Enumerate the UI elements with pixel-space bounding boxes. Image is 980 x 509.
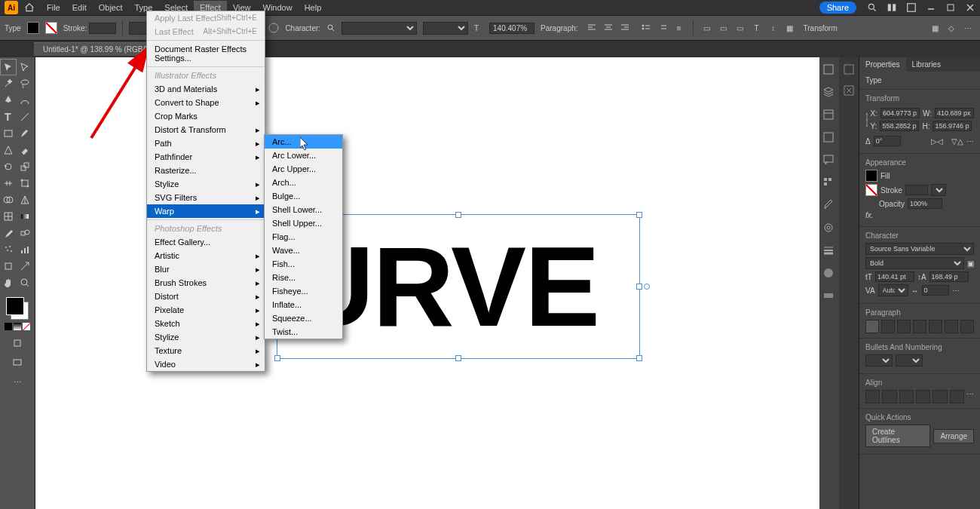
vf-icon[interactable]: ▣ (967, 259, 974, 268)
symbol-sprayer-tool[interactable] (0, 241, 17, 258)
search-icon[interactable] (865, 1, 879, 14)
warp-shell-upper-[interactable]: Shell Upper... (265, 216, 342, 230)
close-icon[interactable] (963, 1, 977, 14)
doc-raster-settings[interactable]: Document Raster Effects Settings... (147, 42, 265, 65)
opacity-input[interactable] (908, 198, 942, 209)
gradient-mode-icon[interactable] (14, 323, 21, 330)
x-input[interactable] (880, 108, 920, 118)
handle-mr[interactable] (636, 284, 642, 290)
effect-warp[interactable]: Warp▸ (147, 204, 265, 218)
menu-help[interactable]: Help (299, 1, 328, 14)
align-left-icon[interactable] (584, 20, 599, 35)
handle-bl[interactable] (274, 355, 280, 361)
leading-input[interactable] (929, 271, 969, 282)
p-justify-right[interactable] (945, 320, 958, 333)
mesh-tool[interactable] (0, 208, 17, 225)
glyphs-icon[interactable]: ▦ (782, 20, 798, 35)
gradient-panel-icon[interactable] (822, 290, 836, 303)
brushes-panel-icon[interactable] (822, 199, 836, 213)
comments-panel-icon[interactable] (822, 154, 836, 167)
stroke-panel-icon[interactable] (822, 244, 836, 258)
menu-file[interactable]: File (41, 1, 66, 14)
align-center-icon[interactable] (601, 20, 616, 35)
warp-arc-upper-[interactable]: Arc Upper... (265, 162, 342, 176)
snap-point-icon[interactable]: ◇ (944, 20, 959, 35)
warp-wave-[interactable]: Wave... (265, 244, 342, 257)
numbers-icon[interactable] (655, 20, 670, 35)
stroke-weight-input[interactable] (89, 23, 116, 34)
effect--d-and-materials[interactable]: 3D and Materials▸ (147, 82, 265, 96)
align-h-left[interactable] (865, 390, 880, 403)
warp-fish-[interactable]: Fish... (265, 257, 342, 271)
effect-convert-to-shape[interactable]: Convert to Shape▸ (147, 96, 265, 109)
area-type-icon[interactable]: ▭ (716, 20, 731, 35)
font-weight-p[interactable]: Bold (865, 257, 964, 269)
font-search-icon[interactable] (326, 23, 335, 32)
preferences-icon[interactable]: ⋯ (960, 20, 975, 35)
ps-effect-stylize[interactable]: Stylize▸ (147, 330, 265, 344)
graph-tool[interactable] (17, 241, 33, 258)
align-v-bottom[interactable] (950, 390, 964, 403)
menu-object[interactable]: Object (93, 1, 129, 14)
ps-effect-artistic[interactable]: Artistic▸ (147, 249, 265, 262)
ps-effect-video[interactable]: Video▸ (147, 357, 265, 371)
warp-inflate-[interactable]: Inflate... (265, 298, 342, 311)
paintbrush-tool[interactable] (17, 125, 33, 142)
bullets-icon[interactable] (639, 20, 654, 35)
w-input[interactable] (935, 108, 974, 118)
effect-path[interactable]: Path▸ (147, 136, 265, 150)
rotate-tool[interactable] (0, 158, 17, 175)
color-panel-icon[interactable] (822, 267, 836, 281)
hand-tool[interactable] (0, 274, 17, 291)
eraser-tool[interactable] (17, 142, 33, 158)
create-outlines-button[interactable]: Create Outlines (865, 425, 930, 447)
effect-rasterize-[interactable]: Rasterize... (147, 164, 265, 177)
workspace-icon[interactable] (905, 1, 918, 14)
handle-tc[interactable] (455, 212, 461, 218)
snap-pixel-icon[interactable]: ▦ (927, 20, 942, 35)
y-input[interactable] (880, 121, 919, 131)
fill-swatch[interactable] (27, 22, 39, 34)
warp-bulge-[interactable]: Bulge... (265, 189, 342, 203)
touch-type-icon[interactable]: T (749, 20, 764, 35)
warp-shell-lower-[interactable]: Shell Lower... (265, 203, 342, 216)
flip-h-icon[interactable]: ▷◁ (931, 137, 943, 146)
flip-v-icon[interactable]: ▽△ (951, 137, 963, 146)
align-h-right[interactable] (899, 390, 914, 403)
align-v-top[interactable] (916, 390, 930, 403)
effect-stylize[interactable]: Stylize▸ (147, 177, 265, 191)
align-right-icon[interactable] (617, 20, 632, 35)
tracking-input[interactable] (922, 285, 949, 296)
libraries-panel-icon[interactable] (822, 109, 836, 122)
effect-crop-marks[interactable]: Crop Marks (147, 109, 265, 123)
align-h-center[interactable] (882, 390, 896, 403)
screen-mode-icon[interactable] (9, 354, 26, 371)
shape-builder-tool[interactable] (0, 192, 17, 208)
tab-libraries[interactable]: Libraries (906, 57, 947, 72)
symbols-panel-icon[interactable] (822, 222, 836, 235)
reference-point-icon[interactable] (865, 112, 868, 127)
blend-tool[interactable] (17, 225, 33, 241)
edit-toolbar-icon[interactable]: ⋯ (9, 374, 26, 391)
more-options-icon[interactable]: ⋯ (966, 137, 974, 146)
fx-label[interactable]: fx. (865, 211, 874, 219)
free-transform-tool[interactable] (17, 175, 33, 192)
slice-tool[interactable] (17, 258, 33, 274)
align-v-middle[interactable] (933, 390, 947, 403)
stroke-swatch[interactable] (45, 22, 57, 34)
type-tool[interactable]: T (0, 109, 17, 125)
effect-pathfinder[interactable]: Pathfinder▸ (147, 150, 265, 164)
menu-edit[interactable]: Edit (66, 1, 93, 14)
effect-distort-transform[interactable]: Distort & Transform▸ (147, 123, 265, 136)
magic-wand-tool[interactable] (0, 75, 17, 92)
p-align-left[interactable] (865, 320, 879, 333)
lasso-tool[interactable] (17, 75, 33, 92)
handle-out[interactable] (644, 284, 650, 290)
handle-br[interactable] (636, 355, 642, 361)
handle-tr[interactable] (636, 212, 642, 218)
p-justify-left[interactable] (913, 320, 926, 333)
draw-normal-icon[interactable] (9, 335, 26, 351)
p-justify-center[interactable] (929, 320, 942, 333)
gradient-tool[interactable] (17, 208, 33, 225)
maximize-icon[interactable] (944, 1, 957, 14)
